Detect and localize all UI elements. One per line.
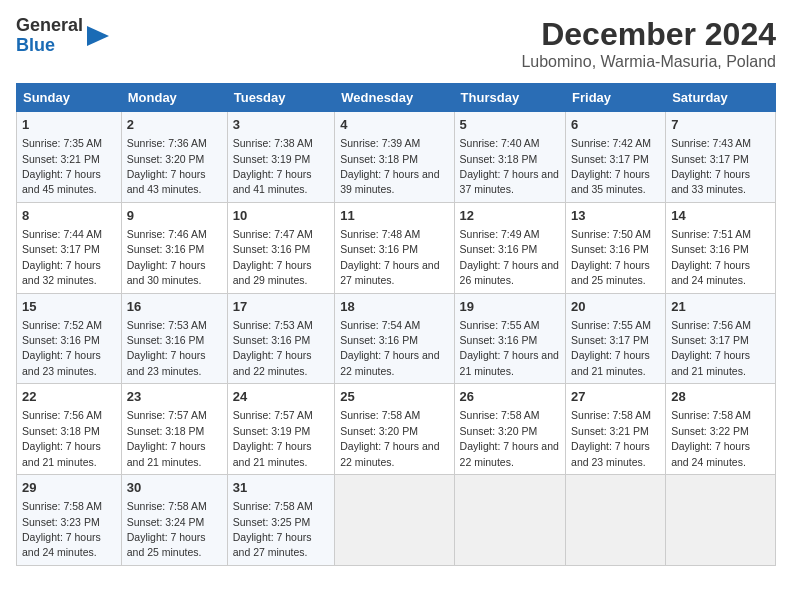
day-number: 8 bbox=[22, 207, 116, 225]
calendar-cell: 22 Sunrise: 7:56 AMSunset: 3:18 PMDaylig… bbox=[17, 384, 122, 475]
day-number: 22 bbox=[22, 388, 116, 406]
day-info: Sunrise: 7:47 AMSunset: 3:16 PMDaylight:… bbox=[233, 228, 313, 286]
day-info: Sunrise: 7:42 AMSunset: 3:17 PMDaylight:… bbox=[571, 137, 651, 195]
page-header: General Blue December 2024 Lubomino, War… bbox=[16, 16, 776, 71]
calendar-cell: 24 Sunrise: 7:57 AMSunset: 3:19 PMDaylig… bbox=[227, 384, 335, 475]
calendar-cell: 21 Sunrise: 7:56 AMSunset: 3:17 PMDaylig… bbox=[666, 293, 776, 384]
calendar-cell: 14 Sunrise: 7:51 AMSunset: 3:16 PMDaylig… bbox=[666, 202, 776, 293]
header-monday: Monday bbox=[121, 84, 227, 112]
day-number: 18 bbox=[340, 298, 448, 316]
logo-line2: Blue bbox=[16, 36, 83, 56]
day-info: Sunrise: 7:35 AMSunset: 3:21 PMDaylight:… bbox=[22, 137, 102, 195]
day-number: 31 bbox=[233, 479, 330, 497]
day-info: Sunrise: 7:58 AMSunset: 3:23 PMDaylight:… bbox=[22, 500, 102, 558]
day-info: Sunrise: 7:58 AMSunset: 3:22 PMDaylight:… bbox=[671, 409, 751, 467]
day-info: Sunrise: 7:46 AMSunset: 3:16 PMDaylight:… bbox=[127, 228, 207, 286]
week-row-4: 22 Sunrise: 7:56 AMSunset: 3:18 PMDaylig… bbox=[17, 384, 776, 475]
calendar-cell: 31 Sunrise: 7:58 AMSunset: 3:25 PMDaylig… bbox=[227, 475, 335, 566]
calendar-cell: 13 Sunrise: 7:50 AMSunset: 3:16 PMDaylig… bbox=[566, 202, 666, 293]
day-info: Sunrise: 7:52 AMSunset: 3:16 PMDaylight:… bbox=[22, 319, 102, 377]
calendar-cell bbox=[335, 475, 454, 566]
calendar-cell bbox=[566, 475, 666, 566]
calendar-cell: 27 Sunrise: 7:58 AMSunset: 3:21 PMDaylig… bbox=[566, 384, 666, 475]
day-info: Sunrise: 7:55 AMSunset: 3:17 PMDaylight:… bbox=[571, 319, 651, 377]
day-number: 14 bbox=[671, 207, 770, 225]
day-info: Sunrise: 7:58 AMSunset: 3:20 PMDaylight:… bbox=[340, 409, 439, 467]
header-wednesday: Wednesday bbox=[335, 84, 454, 112]
calendar-cell: 6 Sunrise: 7:42 AMSunset: 3:17 PMDayligh… bbox=[566, 112, 666, 203]
calendar-cell: 12 Sunrise: 7:49 AMSunset: 3:16 PMDaylig… bbox=[454, 202, 565, 293]
title-block: December 2024 Lubomino, Warmia-Masuria, … bbox=[521, 16, 776, 71]
calendar-cell: 19 Sunrise: 7:55 AMSunset: 3:16 PMDaylig… bbox=[454, 293, 565, 384]
day-number: 3 bbox=[233, 116, 330, 134]
calendar-cell: 23 Sunrise: 7:57 AMSunset: 3:18 PMDaylig… bbox=[121, 384, 227, 475]
calendar-cell: 15 Sunrise: 7:52 AMSunset: 3:16 PMDaylig… bbox=[17, 293, 122, 384]
calendar-cell bbox=[454, 475, 565, 566]
day-number: 4 bbox=[340, 116, 448, 134]
day-number: 6 bbox=[571, 116, 660, 134]
day-number: 12 bbox=[460, 207, 560, 225]
day-info: Sunrise: 7:40 AMSunset: 3:18 PMDaylight:… bbox=[460, 137, 559, 195]
day-info: Sunrise: 7:48 AMSunset: 3:16 PMDaylight:… bbox=[340, 228, 439, 286]
logo-arrow-icon bbox=[87, 26, 109, 48]
day-number: 29 bbox=[22, 479, 116, 497]
calendar-cell: 29 Sunrise: 7:58 AMSunset: 3:23 PMDaylig… bbox=[17, 475, 122, 566]
header-sunday: Sunday bbox=[17, 84, 122, 112]
logo-line1: General bbox=[16, 16, 83, 36]
week-row-2: 8 Sunrise: 7:44 AMSunset: 3:17 PMDayligh… bbox=[17, 202, 776, 293]
day-number: 5 bbox=[460, 116, 560, 134]
day-info: Sunrise: 7:53 AMSunset: 3:16 PMDaylight:… bbox=[127, 319, 207, 377]
calendar-cell: 17 Sunrise: 7:53 AMSunset: 3:16 PMDaylig… bbox=[227, 293, 335, 384]
day-info: Sunrise: 7:43 AMSunset: 3:17 PMDaylight:… bbox=[671, 137, 751, 195]
day-number: 21 bbox=[671, 298, 770, 316]
week-row-5: 29 Sunrise: 7:58 AMSunset: 3:23 PMDaylig… bbox=[17, 475, 776, 566]
logo: General Blue bbox=[16, 16, 109, 56]
calendar-table: SundayMondayTuesdayWednesdayThursdayFrid… bbox=[16, 83, 776, 566]
calendar-cell: 20 Sunrise: 7:55 AMSunset: 3:17 PMDaylig… bbox=[566, 293, 666, 384]
day-info: Sunrise: 7:38 AMSunset: 3:19 PMDaylight:… bbox=[233, 137, 313, 195]
calendar-cell: 5 Sunrise: 7:40 AMSunset: 3:18 PMDayligh… bbox=[454, 112, 565, 203]
week-row-1: 1 Sunrise: 7:35 AMSunset: 3:21 PMDayligh… bbox=[17, 112, 776, 203]
calendar-cell: 2 Sunrise: 7:36 AMSunset: 3:20 PMDayligh… bbox=[121, 112, 227, 203]
day-info: Sunrise: 7:57 AMSunset: 3:18 PMDaylight:… bbox=[127, 409, 207, 467]
page-title: December 2024 bbox=[521, 16, 776, 53]
header-saturday: Saturday bbox=[666, 84, 776, 112]
header-thursday: Thursday bbox=[454, 84, 565, 112]
calendar-header: SundayMondayTuesdayWednesdayThursdayFrid… bbox=[17, 84, 776, 112]
day-info: Sunrise: 7:39 AMSunset: 3:18 PMDaylight:… bbox=[340, 137, 439, 195]
day-info: Sunrise: 7:53 AMSunset: 3:16 PMDaylight:… bbox=[233, 319, 313, 377]
day-number: 28 bbox=[671, 388, 770, 406]
day-info: Sunrise: 7:57 AMSunset: 3:19 PMDaylight:… bbox=[233, 409, 313, 467]
calendar-cell: 9 Sunrise: 7:46 AMSunset: 3:16 PMDayligh… bbox=[121, 202, 227, 293]
day-number: 25 bbox=[340, 388, 448, 406]
calendar-cell: 30 Sunrise: 7:58 AMSunset: 3:24 PMDaylig… bbox=[121, 475, 227, 566]
day-info: Sunrise: 7:58 AMSunset: 3:25 PMDaylight:… bbox=[233, 500, 313, 558]
calendar-cell: 3 Sunrise: 7:38 AMSunset: 3:19 PMDayligh… bbox=[227, 112, 335, 203]
day-number: 9 bbox=[127, 207, 222, 225]
calendar-cell: 18 Sunrise: 7:54 AMSunset: 3:16 PMDaylig… bbox=[335, 293, 454, 384]
calendar-cell: 4 Sunrise: 7:39 AMSunset: 3:18 PMDayligh… bbox=[335, 112, 454, 203]
day-number: 19 bbox=[460, 298, 560, 316]
day-number: 26 bbox=[460, 388, 560, 406]
day-number: 17 bbox=[233, 298, 330, 316]
calendar-cell: 7 Sunrise: 7:43 AMSunset: 3:17 PMDayligh… bbox=[666, 112, 776, 203]
day-info: Sunrise: 7:58 AMSunset: 3:20 PMDaylight:… bbox=[460, 409, 559, 467]
day-number: 13 bbox=[571, 207, 660, 225]
calendar-cell: 16 Sunrise: 7:53 AMSunset: 3:16 PMDaylig… bbox=[121, 293, 227, 384]
calendar-cell: 26 Sunrise: 7:58 AMSunset: 3:20 PMDaylig… bbox=[454, 384, 565, 475]
day-number: 15 bbox=[22, 298, 116, 316]
day-info: Sunrise: 7:36 AMSunset: 3:20 PMDaylight:… bbox=[127, 137, 207, 195]
day-info: Sunrise: 7:55 AMSunset: 3:16 PMDaylight:… bbox=[460, 319, 559, 377]
day-number: 27 bbox=[571, 388, 660, 406]
calendar-cell: 1 Sunrise: 7:35 AMSunset: 3:21 PMDayligh… bbox=[17, 112, 122, 203]
day-info: Sunrise: 7:49 AMSunset: 3:16 PMDaylight:… bbox=[460, 228, 559, 286]
day-info: Sunrise: 7:44 AMSunset: 3:17 PMDaylight:… bbox=[22, 228, 102, 286]
day-number: 2 bbox=[127, 116, 222, 134]
calendar-cell: 11 Sunrise: 7:48 AMSunset: 3:16 PMDaylig… bbox=[335, 202, 454, 293]
page-subtitle: Lubomino, Warmia-Masuria, Poland bbox=[521, 53, 776, 71]
day-info: Sunrise: 7:56 AMSunset: 3:18 PMDaylight:… bbox=[22, 409, 102, 467]
day-info: Sunrise: 7:54 AMSunset: 3:16 PMDaylight:… bbox=[340, 319, 439, 377]
day-number: 23 bbox=[127, 388, 222, 406]
day-number: 7 bbox=[671, 116, 770, 134]
day-info: Sunrise: 7:50 AMSunset: 3:16 PMDaylight:… bbox=[571, 228, 651, 286]
